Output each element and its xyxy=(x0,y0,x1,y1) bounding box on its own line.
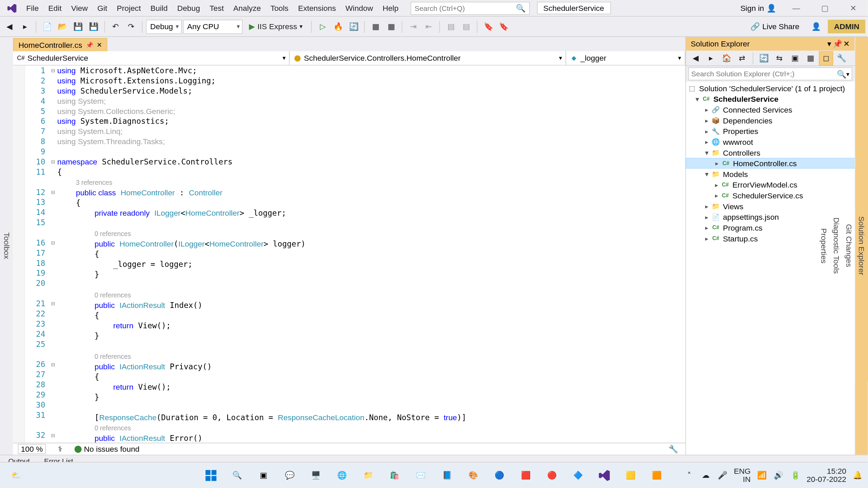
menu-tools[interactable]: Tools xyxy=(266,1,293,15)
chrome-icon[interactable]: 🔴 xyxy=(541,464,563,487)
notification-icon[interactable]: 🔔 xyxy=(852,470,863,481)
menu-git[interactable]: Git xyxy=(93,1,112,15)
language-indicator[interactable]: ENGIN xyxy=(734,467,750,484)
tray-chevron-icon[interactable]: ˄ xyxy=(684,470,695,481)
expand-icon[interactable]: ▸ xyxy=(703,225,711,231)
wifi-icon[interactable]: 📶 xyxy=(757,470,768,481)
expand-icon[interactable]: ▸ xyxy=(713,160,721,167)
quick-search[interactable]: 🔍 xyxy=(410,1,529,15)
app-icon[interactable]: 🎨 xyxy=(462,464,485,487)
se-back-icon[interactable]: ◀ xyxy=(688,51,702,65)
solution-search-input[interactable] xyxy=(691,70,837,78)
run-no-debug-button[interactable]: ▷ xyxy=(315,19,330,34)
pin-icon[interactable]: 📌 xyxy=(86,42,93,48)
feedback-button[interactable]: 👤 xyxy=(809,19,823,34)
app-icon[interactable]: 🟨 xyxy=(619,464,642,487)
rail-properties[interactable]: Properties xyxy=(818,37,830,455)
se-switch-icon[interactable]: ⇄ xyxy=(735,51,749,65)
minimize-button[interactable]: — xyxy=(784,0,808,16)
anydesk-icon[interactable]: 🟥 xyxy=(514,464,537,487)
rail-solution-explorer[interactable]: Solution Explorer xyxy=(855,37,868,455)
teamviewer-icon[interactable]: 🔵 xyxy=(488,464,511,487)
close-button[interactable]: ✕ xyxy=(842,0,865,16)
rail-diagnostic-tools[interactable]: Diagnostic Tools xyxy=(830,37,843,455)
visual-studio-icon[interactable] xyxy=(593,464,616,487)
expand-icon[interactable]: ▼ xyxy=(703,171,711,177)
member-combo[interactable]: ◆ _logger xyxy=(566,51,685,65)
expand-icon[interactable]: ▸ xyxy=(703,106,711,113)
teams-icon[interactable]: 💬 xyxy=(278,464,301,487)
code-text[interactable]: using Microsoft.AspNetCore.Mvc; using Mi… xyxy=(57,65,686,443)
redo-button[interactable]: ↷ xyxy=(124,19,138,34)
expand-icon[interactable]: ▸ xyxy=(703,235,711,241)
bookmark-icon[interactable]: 🔖 xyxy=(481,19,496,34)
browser-link-button[interactable]: 🔄 xyxy=(347,19,361,34)
save-button[interactable]: 💾 xyxy=(71,19,85,34)
se-collapse-icon[interactable]: ▣ xyxy=(788,51,802,65)
menu-test[interactable]: Test xyxy=(205,1,229,15)
project-combo[interactable]: C# SchedulerService xyxy=(13,51,290,65)
store-icon[interactable]: 🛍️ xyxy=(383,464,406,487)
maximize-button[interactable]: ▢ xyxy=(813,0,837,16)
menu-project[interactable]: Project xyxy=(112,1,146,15)
menu-window[interactable]: Window xyxy=(341,1,378,15)
expand-icon[interactable]: ▼ xyxy=(703,149,711,156)
new-project-button[interactable]: 📄 xyxy=(40,19,54,34)
config-combo[interactable]: Debug xyxy=(146,19,181,34)
signin-button[interactable]: Sign in 👤 xyxy=(737,2,779,14)
issues-indicator[interactable]: No issues found xyxy=(74,445,139,453)
search-button[interactable]: 🔍 xyxy=(226,464,249,487)
step-2-icon[interactable]: ▦ xyxy=(384,19,398,34)
nav-back-button[interactable]: ◀ xyxy=(2,19,17,34)
app-icon[interactable]: 🔷 xyxy=(567,464,590,487)
weather-widget[interactable]: ⛅ xyxy=(5,464,27,487)
se-refresh-icon[interactable]: 🔄 xyxy=(757,51,771,65)
expand-icon[interactable]: ▸ xyxy=(712,192,721,199)
step-1-icon[interactable]: ▦ xyxy=(369,19,383,34)
mail-icon[interactable]: ✉️ xyxy=(409,464,432,487)
fold-gutter[interactable]: ⊟ ⊟ ⊟ ⊟ ⊟ ⊟ ⊟ xyxy=(49,65,57,443)
se-home-icon[interactable]: 🏠 xyxy=(719,51,734,65)
liveshare-button[interactable]: 🔗 Live Share xyxy=(746,22,804,31)
menu-edit[interactable]: Edit xyxy=(43,1,66,15)
menu-view[interactable]: View xyxy=(66,1,93,15)
battery-icon[interactable]: 🔋 xyxy=(790,470,801,481)
expand-icon[interactable]: ▸ xyxy=(703,203,711,209)
toolbox-tab[interactable]: Toolbox xyxy=(1,37,13,455)
expand-icon[interactable]: ▸ xyxy=(703,139,711,145)
close-tab-icon[interactable]: ✕ xyxy=(97,41,102,49)
run-button[interactable]: ▶ IIS Express ▾ xyxy=(244,19,308,34)
expand-icon[interactable]: ▼ xyxy=(693,96,701,102)
nav-fwd-button[interactable]: ▸ xyxy=(18,19,32,34)
menu-debug[interactable]: Debug xyxy=(172,1,205,15)
platform-combo[interactable]: Any CPU xyxy=(183,19,243,34)
task-view-button[interactable]: ▣ xyxy=(252,464,275,487)
onedrive-icon[interactable]: ☁ xyxy=(700,470,711,481)
app-icon[interactable]: 📘 xyxy=(436,464,458,487)
expand-icon[interactable]: ▸ xyxy=(703,117,711,123)
volume-icon[interactable]: 🔊 xyxy=(773,470,784,481)
expand-icon[interactable]: ▸ xyxy=(703,128,711,134)
hot-reload-button[interactable]: 🔥 xyxy=(331,19,345,34)
mic-icon[interactable]: 🎤 xyxy=(717,470,728,481)
expand-icon[interactable]: ▸ xyxy=(703,214,711,220)
menu-file[interactable]: File xyxy=(21,1,43,15)
menu-build[interactable]: Build xyxy=(146,1,172,15)
expand-icon[interactable]: ▸ xyxy=(712,181,721,188)
rail-git-changes[interactable]: Git Changes xyxy=(843,37,855,455)
menu-help[interactable]: Help xyxy=(378,1,403,15)
start-button[interactable] xyxy=(200,464,223,487)
open-button[interactable]: 📂 xyxy=(55,19,70,34)
menu-extensions[interactable]: Extensions xyxy=(293,1,341,15)
quick-search-input[interactable] xyxy=(414,4,516,12)
bookmark-nav-icon[interactable]: 🔖 xyxy=(497,19,511,34)
menu-analyze[interactable]: Analyze xyxy=(229,1,266,15)
zoom-combo[interactable]: 100 % xyxy=(18,444,46,454)
screwdriver-icon[interactable]: 🔧 xyxy=(666,442,680,456)
edge-icon[interactable]: 🌐 xyxy=(331,464,353,487)
undo-button[interactable]: ↶ xyxy=(109,19,123,34)
explorer-icon[interactable]: 🖥️ xyxy=(305,464,327,487)
class-combo[interactable]: ⬤ SchedulerService.Controllers.HomeContr… xyxy=(290,51,566,65)
se-showall-icon[interactable]: ▦ xyxy=(803,51,817,65)
breakpoint-gutter[interactable] xyxy=(13,65,25,443)
